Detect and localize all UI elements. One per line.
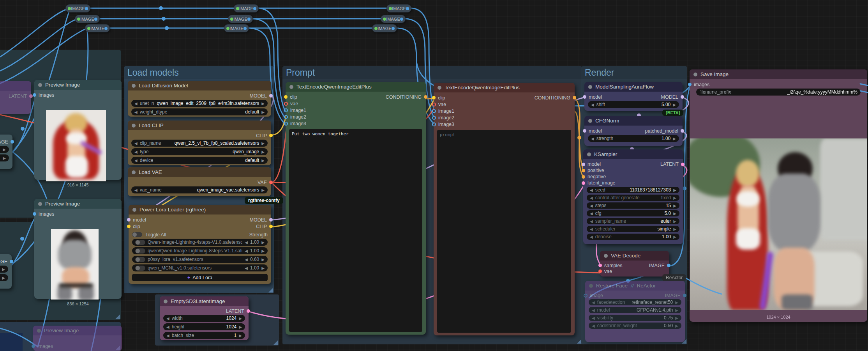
widget-visibility[interactable]: ◀visibility0.75▶ (589, 315, 681, 321)
reroute-image-7[interactable]: IMAGE (386, 4, 411, 12)
reroute-in-dot[interactable] (236, 7, 239, 10)
latent-dot[interactable] (582, 181, 585, 185)
port-image-out[interactable]: GE (0, 259, 13, 264)
group-title-load-models[interactable]: Load models (124, 66, 274, 79)
node-text-encode-2[interactable]: TextEncodeQwenImageEditPlus clip CONDITI… (434, 83, 575, 335)
image-dot[interactable] (284, 108, 288, 112)
clip-dot[interactable] (284, 95, 288, 99)
port-image3-in[interactable]: image3 (284, 121, 306, 126)
lora-toggle[interactable] (135, 266, 145, 271)
collapse-dot[interactable] (132, 170, 136, 174)
model-dot[interactable] (269, 218, 273, 222)
widget-type[interactable]: ◀typeqwen_image▶ (131, 148, 268, 155)
toggle-all-switch[interactable] (132, 232, 142, 237)
widget-control-after-generate[interactable]: ◀control after generatefixed▶ (587, 195, 679, 201)
port-image1-in[interactable]: image1 (432, 108, 454, 114)
port-latent-image-in[interactable]: latent_image (582, 180, 616, 186)
model-dot[interactable] (681, 129, 684, 133)
widget-facedetection[interactable]: ◀facedetectionretinaface_resnet50▶ (589, 299, 681, 305)
conditioning-dot[interactable] (582, 175, 585, 179)
lora-toggle[interactable] (135, 240, 145, 245)
port-model-in[interactable]: model (127, 217, 146, 223)
node-ksampler[interactable]: KSampler model LATENT positive negative … (583, 149, 683, 244)
reroute-in-dot[interactable] (383, 18, 386, 21)
image-dot[interactable] (33, 93, 36, 97)
collapse-dot[interactable] (604, 254, 608, 258)
conditioning-dot[interactable] (424, 95, 427, 99)
image-dot[interactable] (11, 140, 14, 144)
image-dot[interactable] (432, 122, 436, 126)
port-model-in[interactable]: model (582, 161, 601, 167)
lora-row-1[interactable]: Qwen-Image-Lightning-4steps-V1.0.safeten… (132, 239, 268, 246)
node-edge-image-b[interactable]: GE ▶ ▶ (0, 254, 12, 289)
collapse-dot[interactable] (693, 73, 697, 76)
lora-toggle[interactable] (135, 248, 145, 254)
clip-dot[interactable] (269, 225, 273, 228)
reroute-out-dot[interactable] (406, 7, 409, 10)
widget-scheduler[interactable]: ◀schedulersimple▶ (587, 226, 679, 232)
port-negative-in[interactable]: negative (582, 174, 606, 179)
group-title-render[interactable]: Render (581, 66, 687, 79)
port-images-in[interactable]: images (33, 211, 54, 217)
reroute-image-9[interactable]: IMAGE (372, 24, 397, 32)
widget-stub[interactable]: ▶ (0, 266, 8, 273)
port-image-out[interactable]: IMAGE (649, 263, 670, 268)
node-load-vae[interactable]: Load VAE VAE ◀vae_nameqwen_image_vae.saf… (128, 167, 271, 196)
collapse-dot[interactable] (587, 152, 591, 156)
reroute-out-dot[interactable] (253, 7, 256, 10)
image-dot[interactable] (432, 116, 436, 120)
node-edge-latent[interactable]: de LATENT (0, 81, 31, 114)
widget-seed[interactable]: ◀seed1101837188127303▶ (587, 187, 679, 193)
reroute-out-dot[interactable] (104, 27, 108, 30)
port-image3-in[interactable]: image3 (432, 122, 454, 127)
port-clip-out[interactable]: CLIP (256, 224, 273, 229)
reroute-out-dot[interactable] (243, 27, 247, 30)
widget-denoise[interactable]: ◀denoise1.00▶ (587, 234, 679, 240)
port-conditioning-out[interactable]: CONDITIONING (386, 94, 427, 100)
latent-dot[interactable] (681, 163, 685, 166)
port-vae-in[interactable]: vae (598, 269, 612, 274)
reroute-out-dot[interactable] (400, 18, 403, 21)
conditioning-dot[interactable] (573, 96, 576, 99)
port-model-in[interactable]: model (583, 128, 602, 134)
port-image2-in[interactable]: image2 (284, 114, 306, 120)
reroute-image-2[interactable]: IMAGE (75, 15, 100, 23)
port-vae-in[interactable]: vae (284, 101, 298, 106)
collapse-dot[interactable] (38, 83, 42, 87)
prompt-textarea[interactable]: prompt (437, 130, 571, 333)
model-dot[interactable] (583, 95, 586, 99)
collapse-dot[interactable] (588, 119, 592, 123)
collapse-dot[interactable] (289, 85, 293, 89)
node-model-sampling-auraflow[interactable]: ModelSamplingAuraFlow model MODEL ◀shift… (584, 82, 683, 111)
widget-cfg[interactable]: ◀cfg5.0▶ (587, 210, 679, 216)
node-vae-decode[interactable]: VAE Decode samples IMAGE vae (600, 251, 669, 277)
port-latent-out[interactable]: LATENT (226, 308, 250, 314)
collapse-dot[interactable] (589, 284, 593, 288)
reroute-image-4[interactable]: IMAGE (234, 4, 259, 12)
widget-filename-prefix[interactable]: filename_prefix_i2i\qe_%date:yyyyMMddhhm… (696, 89, 861, 96)
reroute-image-6[interactable]: IMAGE (224, 24, 249, 32)
port-samples-in[interactable]: samples (598, 263, 623, 268)
reroute-in-dot[interactable] (389, 7, 392, 10)
port-image-out[interactable]: AGE (0, 139, 14, 145)
port-model-out[interactable]: MODEL (250, 217, 273, 223)
clip-dot[interactable] (127, 225, 131, 228)
add-lora-button[interactable]: +Add Lora (132, 274, 268, 281)
port-images-in[interactable]: images (33, 92, 54, 98)
reroute-image-5[interactable]: IMAGE (228, 15, 253, 23)
reroute-in-dot[interactable] (374, 27, 378, 30)
widget-sampler-name[interactable]: ◀sampler_nameeuler▶ (587, 218, 679, 224)
widget-clip-name[interactable]: ◀clip_nameqwen_2.5_vl_7b_fp8_scaled.safe… (131, 140, 268, 147)
port-images-in[interactable]: images (688, 82, 709, 87)
widget-width[interactable]: ◀width1024▶ (163, 315, 245, 322)
widget-steps[interactable]: ◀steps15▶ (587, 202, 679, 209)
reroute-out-dot[interactable] (85, 7, 88, 10)
node-preview-image-3[interactable]: Preview Image images (33, 326, 122, 351)
model-dot[interactable] (127, 218, 131, 222)
vae-dot[interactable] (598, 269, 602, 273)
image-dot[interactable] (284, 115, 288, 119)
widget-stub[interactable]: ▶ (0, 154, 9, 161)
node-edge-image-a[interactable]: AGE ▶ ▶ (0, 135, 12, 169)
port-image-out[interactable]: IMAGE (665, 293, 686, 298)
image-dot[interactable] (33, 212, 36, 216)
